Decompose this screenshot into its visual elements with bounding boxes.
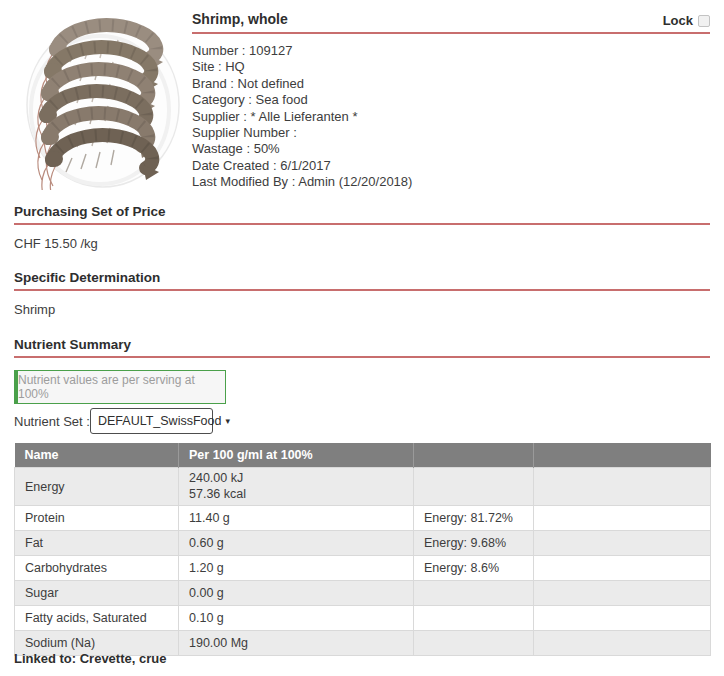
cell-energy: Energy: 8.6% bbox=[414, 556, 534, 581]
cell-value: 1.20 g bbox=[179, 556, 414, 581]
nutrient-notice: Nutrient values are per serving at 100% bbox=[14, 370, 226, 404]
info-line-date-created: Date Created : 6/1/2017 bbox=[192, 158, 412, 174]
cell-energy: Energy: 81.72% bbox=[414, 506, 534, 531]
table-row: Fat 0.60 g Energy: 9.68% bbox=[15, 531, 711, 556]
purchasing-heading: Purchasing Set of Price bbox=[14, 204, 166, 219]
table-header-row: Name Per 100 g/ml at 100% bbox=[15, 443, 711, 468]
lock-control: Lock bbox=[663, 13, 710, 28]
specific-determination-divider bbox=[14, 289, 710, 291]
cell-extra bbox=[534, 506, 711, 531]
cell-extra bbox=[534, 468, 711, 506]
col-header-per100: Per 100 g/ml at 100% bbox=[179, 443, 414, 468]
purchasing-price-value: CHF 15.50 /kg bbox=[14, 236, 98, 251]
product-photo bbox=[24, 4, 184, 190]
cell-value: 0.10 g bbox=[179, 606, 414, 631]
cell-name: Protein bbox=[15, 506, 179, 531]
cell-value: 190.00 Mg bbox=[179, 631, 414, 656]
specific-determination-heading: Specific Determination bbox=[14, 270, 160, 285]
cell-value: 0.60 g bbox=[179, 531, 414, 556]
cell-extra bbox=[534, 556, 711, 581]
table-row: Fatty acids, Saturated 0.10 g bbox=[15, 606, 711, 631]
info-line-brand: Brand : Not defined bbox=[192, 76, 412, 92]
info-line-supplier: Supplier : * Alle Lieferanten * bbox=[192, 109, 412, 125]
info-line-last-modified: Last Modified By : Admin (12/20/2018) bbox=[192, 174, 412, 190]
cell-extra bbox=[534, 606, 711, 631]
cell-energy bbox=[414, 581, 534, 606]
shrimp-plate-illustration bbox=[24, 4, 184, 190]
nutrient-set-label: Nutrient Set : bbox=[14, 414, 90, 429]
table-row: Protein 11.40 g Energy: 81.72% bbox=[15, 506, 711, 531]
col-header-extra bbox=[534, 443, 711, 468]
linked-to-text: Linked to: Crevette, crue bbox=[14, 651, 166, 666]
info-line-wastage: Wastage : 50% bbox=[192, 141, 412, 157]
cell-name: Carbohydrates bbox=[15, 556, 179, 581]
cell-name: Sugar bbox=[15, 581, 179, 606]
table-row: Energy 240.00 kJ 57.36 kcal bbox=[15, 468, 711, 506]
col-header-name: Name bbox=[15, 443, 179, 468]
cell-value: 240.00 kJ 57.36 kcal bbox=[179, 468, 414, 506]
lock-checkbox[interactable] bbox=[698, 15, 710, 27]
nutrient-set-select[interactable]: DEFAULT_SwissFood ▾ bbox=[90, 408, 213, 434]
cell-energy: Energy: 9.68% bbox=[414, 531, 534, 556]
product-title: Shrimp, whole bbox=[192, 11, 288, 27]
cell-value: 0.00 g bbox=[179, 581, 414, 606]
purchasing-divider bbox=[14, 223, 710, 225]
nutrient-table: Name Per 100 g/ml at 100% Energy 240.00 … bbox=[14, 443, 710, 656]
cell-energy bbox=[414, 468, 534, 506]
cell-energy bbox=[414, 631, 534, 656]
specific-determination-value: Shrimp bbox=[14, 302, 55, 317]
nutrient-notice-text: Nutrient values are per serving at 100% bbox=[18, 373, 225, 401]
cell-extra bbox=[534, 631, 711, 656]
info-line-site: Site : HQ bbox=[192, 59, 412, 75]
cell-energy bbox=[414, 606, 534, 631]
cell-name: Fatty acids, Saturated bbox=[15, 606, 179, 631]
table-row: Carbohydrates 1.20 g Energy: 8.6% bbox=[15, 556, 711, 581]
cell-extra bbox=[534, 581, 711, 606]
info-line-number: Number : 109127 bbox=[192, 43, 412, 59]
cell-name: Energy bbox=[15, 468, 179, 506]
lock-label: Lock bbox=[663, 13, 693, 28]
col-header-energy bbox=[414, 443, 534, 468]
dropdown-arrow-icon: ▾ bbox=[225, 416, 230, 426]
table-row: Sugar 0.00 g bbox=[15, 581, 711, 606]
cell-value: 11.40 g bbox=[179, 506, 414, 531]
info-line-supplier-number: Supplier Number : bbox=[192, 125, 412, 141]
nutrient-summary-divider bbox=[14, 356, 710, 358]
nutrient-summary-heading: Nutrient Summary bbox=[14, 337, 131, 352]
nutrient-set-selected-value: DEFAULT_SwissFood bbox=[98, 414, 221, 428]
info-line-category: Category : Sea food bbox=[192, 92, 412, 108]
cell-extra bbox=[534, 531, 711, 556]
title-divider bbox=[192, 32, 710, 34]
product-info-list: Number : 109127 Site : HQ Brand : Not de… bbox=[192, 43, 412, 191]
cell-name: Fat bbox=[15, 531, 179, 556]
